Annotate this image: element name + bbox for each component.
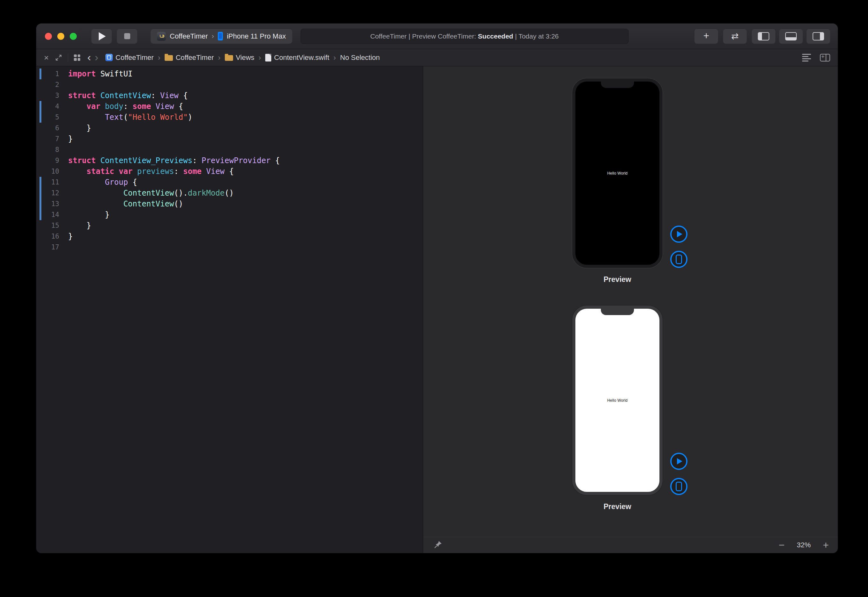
minimize-window-icon[interactable] [57,33,64,40]
code-line[interactable]: 13 ContentView() [36,199,423,209]
code-line[interactable]: 8 [36,144,423,155]
toolbar: CoffeeTimer › iPhone 11 Pro Max CoffeeTi… [36,24,838,49]
line-number: 10 [36,166,59,177]
code-line[interactable]: 14 } [36,209,423,220]
breadcrumb-item-coffeetimer[interactable]: CoffeeTimer [105,53,154,62]
coffee-cup-icon [160,35,163,37]
code-line[interactable]: 16} [36,231,423,242]
code-line[interactable]: 6 } [36,123,423,134]
line-number: 14 [36,209,59,220]
editor-options-icon[interactable] [802,54,811,61]
close-editor-icon[interactable]: × [44,53,49,62]
zoom-window-icon[interactable] [70,33,77,40]
chevron-separator: › [212,32,214,40]
library-button[interactable]: + [695,29,718,44]
code-line[interactable]: 4 var body: some View { [36,101,423,112]
breadcrumb-item-no-selection[interactable]: No Selection [340,53,380,62]
scheme-device: iPhone 11 Pro Max [227,32,286,40]
preview-screen-text: Hello World [575,398,659,402]
line-number: 3 [36,90,59,101]
left-panel-icon [758,32,769,40]
code-token: "Hello World" [128,113,188,122]
code-token: import [68,70,96,79]
code-line[interactable]: 1import SwiftUI [36,68,423,79]
code-token: (). [174,189,188,198]
forward-button[interactable]: › [93,52,100,62]
breadcrumb-item-contentview-swift[interactable]: ContentView.swift [265,53,329,62]
code-token: ( [123,113,128,122]
code-line[interactable]: 5 Text("Hello World") [36,112,423,123]
preview-canvas: Hello WorldPreviewHello WorldPreview − 3… [423,66,838,553]
code-token: } [68,210,110,219]
device-icon [218,32,223,40]
preview-on-device-button[interactable] [670,251,687,268]
focus-editor-icon[interactable] [55,54,62,61]
related-items-icon[interactable] [74,55,80,61]
code-token [132,167,137,176]
code-line[interactable]: 9struct ContentView_Previews: PreviewPro… [36,155,423,166]
folder-icon [225,55,233,61]
zoom-out-button[interactable]: − [779,540,785,550]
status-text-bold: Succeeded [478,33,513,40]
code-line[interactable]: 11 Group { [36,177,423,188]
line-number: 2 [36,79,59,90]
code-token: { [128,178,137,187]
zoom-in-button[interactable]: + [823,540,829,550]
code-editor[interactable]: 1import SwiftUI23struct ContentView: Vie… [36,66,423,553]
code-token: some [183,167,201,176]
line-number: 4 [36,101,59,112]
line-number: 13 [36,199,59,209]
code-line[interactable]: 7} [36,134,423,144]
toggle-inspector-button[interactable] [807,29,830,44]
code-token: : [123,102,132,111]
code-line[interactable]: 12 ContentView().darkMode() [36,188,423,199]
stop-button[interactable] [117,29,137,44]
stop-icon [124,33,130,39]
live-preview-button[interactable] [670,226,687,243]
device-icon [676,254,682,264]
code-token [201,167,206,176]
code-token: ContentView [123,199,174,208]
live-preview-button[interactable] [670,453,687,470]
code-token [68,189,123,198]
project-icon [105,54,113,61]
code-line[interactable]: 15 } [36,220,423,231]
code-token: { [225,167,234,176]
code-token: () [174,199,183,208]
line-number: 11 [36,177,59,188]
back-button[interactable]: ‹ [85,52,93,62]
pin-icon[interactable] [434,540,442,550]
code-token: PreviewProvider [201,156,271,165]
editor-mode-button[interactable]: ⇄ [723,29,747,44]
code-token: body [105,102,123,111]
breadcrumb-item-coffeetimer[interactable]: CoffeeTimer [164,53,214,62]
close-window-icon[interactable] [45,33,52,40]
swift-file-icon [265,54,271,61]
code-token [100,102,105,111]
breadcrumb-label: CoffeeTimer [116,53,154,62]
toggle-debug-area-button[interactable] [779,29,803,44]
add-editor-icon[interactable] [820,54,830,61]
toggle-navigator-button[interactable] [752,29,775,44]
code-token [114,167,119,176]
scheme-selector[interactable]: CoffeeTimer › iPhone 11 Pro Max [151,29,292,44]
xcode-window: CoffeeTimer › iPhone 11 Pro Max CoffeeTi… [36,24,838,553]
zoom-controls: − 32% + [779,540,829,550]
breadcrumb-label: Views [236,53,255,62]
code-token: : [192,156,201,165]
scheme-name: CoffeeTimer [170,32,208,40]
code-token: } [68,134,73,143]
bottom-panel-icon [785,32,797,40]
code-line[interactable]: 3struct ContentView: View { [36,90,423,101]
breadcrumb-item-views[interactable]: Views [225,53,255,62]
code-line[interactable]: 10 static var previews: some View { [36,166,423,177]
code-line[interactable]: 2 [36,79,423,90]
code-token [68,178,105,187]
run-button[interactable] [91,29,112,44]
zoom-level: 32% [797,541,811,549]
code-token: struct [68,91,96,100]
preview-on-device-button[interactable] [670,478,687,495]
code-line[interactable]: 17 [36,242,423,252]
line-number: 5 [36,112,59,123]
code-token: Text [105,113,123,122]
